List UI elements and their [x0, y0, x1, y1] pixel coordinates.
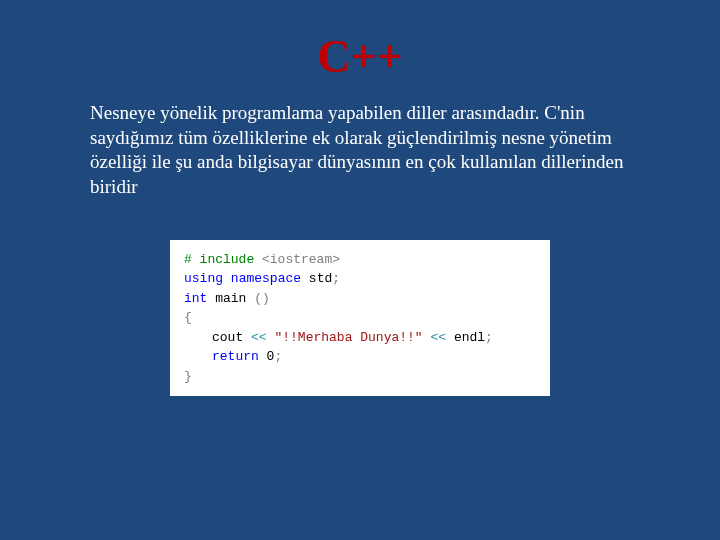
lit-zero: 0	[259, 349, 275, 364]
brace-close: }	[184, 369, 192, 384]
string-literal: "!!Merhaba Dunya!!"	[274, 330, 422, 345]
kw-namespace: namespace	[231, 271, 301, 286]
op-shift-1: <<	[251, 330, 267, 345]
fn-main: main	[207, 291, 254, 306]
kw-return: return	[212, 349, 259, 364]
code-line-9: }	[184, 367, 536, 387]
ns-std: std	[301, 271, 332, 286]
code-line-6: {	[184, 308, 536, 328]
code-snippet: # include <iostream> using namespace std…	[170, 240, 550, 397]
kw-using: using	[184, 271, 223, 286]
code-line-4: int main ()	[184, 289, 536, 309]
code-line-7: cout << "!!Merhaba Dunya!!" << endl;	[184, 328, 536, 348]
slide-body-text: Nesneye yönelik programlama yapabilen di…	[90, 101, 630, 200]
id-endl: endl	[446, 330, 485, 345]
op-shift-2: <<	[430, 330, 446, 345]
id-cout: cout	[212, 330, 251, 345]
include-header: <iostream>	[262, 252, 340, 267]
slide-title: C++	[90, 30, 630, 83]
code-line-8: return 0;	[184, 347, 536, 367]
brace-open: {	[184, 310, 192, 325]
code-line-1: # include <iostream>	[184, 250, 536, 270]
code-line-2: using namespace std;	[184, 269, 536, 289]
kw-int: int	[184, 291, 207, 306]
preproc-hash: # include	[184, 252, 262, 267]
slide: C++ Nesneye yönelik programlama yapabile…	[0, 0, 720, 540]
